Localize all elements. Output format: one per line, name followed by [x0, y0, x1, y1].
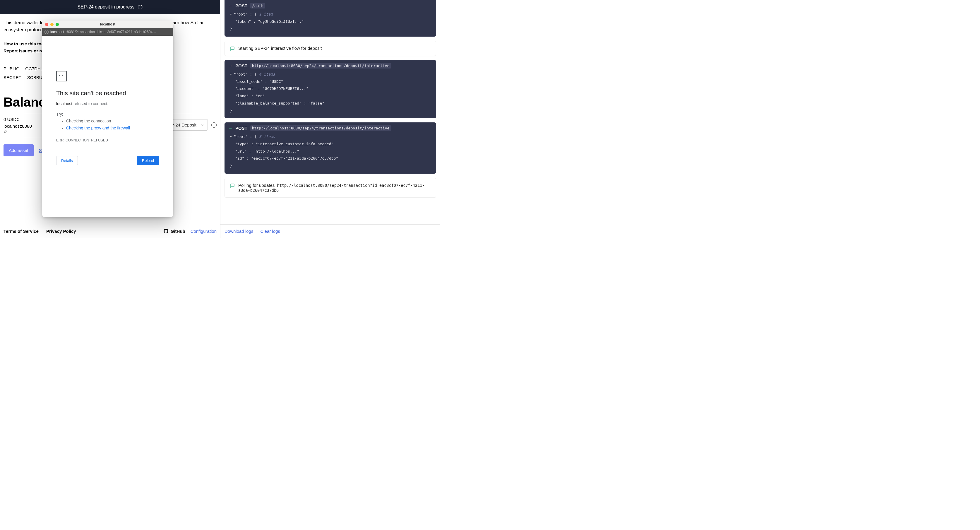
- log-card: → POST http://localhost:8080/sep24/trans…: [224, 60, 436, 118]
- right-pane: ← POST /auth ▾"root" : { 1 item "token" …: [220, 0, 440, 238]
- error-try-label: Try:: [56, 112, 159, 116]
- arrow-left-icon: ←: [229, 3, 232, 8]
- info-circle-icon[interactable]: i: [45, 30, 49, 34]
- log-method: POST: [235, 3, 247, 8]
- error-bullet: Checking the proxy and the firewall: [66, 125, 159, 132]
- github-link[interactable]: GitHub: [164, 229, 185, 234]
- popup-title: localhost: [42, 22, 173, 26]
- caret-icon[interactable]: ▾: [230, 11, 232, 18]
- message-icon: [230, 46, 235, 51]
- error-bullet: Checking the connection: [66, 118, 159, 125]
- info-text: Polling for updates http://localhost:808…: [238, 183, 431, 193]
- log-endpoint: http://localhost:8080/sep24/transactions…: [250, 125, 391, 131]
- footer: Terms of Service Privacy Policy GitHub C…: [0, 229, 220, 238]
- chevron-down-icon: [200, 123, 204, 127]
- secret-key-label: SECRET: [3, 73, 21, 82]
- reload-button[interactable]: Reload: [137, 156, 159, 165]
- public-key-label: PUBLIC: [3, 64, 19, 73]
- log-method: POST: [235, 63, 247, 68]
- log-json: ▾"root" : { 1 item "token" : "eyJhbGciOi…: [224, 11, 436, 34]
- proxy-firewall-link[interactable]: Checking the proxy and the firewall: [66, 126, 130, 130]
- info-card: Starting SEP-24 interactive flow for dep…: [224, 41, 436, 56]
- balance-amount: 0 USDC: [3, 116, 33, 123]
- log-endpoint: /auth: [250, 3, 265, 8]
- log-json: ▾"root" : { 4 items "asset_code" : "USDC…: [224, 71, 436, 115]
- add-asset-button[interactable]: Add asset: [3, 144, 33, 156]
- error-code: ERR_CONNECTION_REFUSED: [56, 138, 159, 142]
- right-footer: Download logs Clear logs: [220, 224, 440, 238]
- clear-logs-link[interactable]: Clear logs: [260, 229, 280, 234]
- arrow-right-icon: →: [229, 64, 232, 68]
- log-scroll[interactable]: ← POST /auth ▾"root" : { 1 item "token" …: [220, 0, 440, 224]
- github-label: GitHub: [171, 229, 185, 234]
- log-method: POST: [235, 126, 247, 131]
- privacy-link[interactable]: Privacy Policy: [46, 229, 76, 234]
- arrow-left-icon: ←: [229, 126, 232, 130]
- caret-icon[interactable]: ▾: [230, 133, 232, 140]
- status-bar: SEP-24 deposit in progress: [0, 0, 220, 14]
- info-text: Starting SEP-24 interactive flow for dep…: [238, 46, 322, 51]
- info-icon[interactable]: i: [212, 123, 216, 128]
- edit-icon[interactable]: [3, 129, 33, 134]
- log-card: ← POST /auth ▾"root" : { 1 item "token" …: [224, 0, 436, 37]
- popup-body: This site can't be reached localhost ref…: [42, 36, 173, 217]
- sad-page-icon: [56, 71, 67, 81]
- status-text: SEP-24 deposit in progress: [78, 5, 135, 10]
- info-card: Polling for updates http://localhost:808…: [224, 178, 436, 197]
- configuration-link[interactable]: Configuration: [191, 229, 216, 234]
- error-heading: This site can't be reached: [56, 90, 159, 97]
- log-endpoint: http://localhost:8080/sep24/transactions…: [250, 63, 391, 68]
- address-host: localhost: [50, 30, 64, 34]
- balance-domain-link[interactable]: localhost:8080: [3, 124, 32, 129]
- log-card: ← POST http://localhost:8080/sep24/trans…: [224, 123, 436, 173]
- message-icon: [230, 183, 235, 188]
- error-subtext: localhost refused to connect.: [56, 101, 159, 106]
- github-icon: [164, 229, 168, 233]
- popup-titlebar[interactable]: localhost: [42, 21, 173, 28]
- caret-icon[interactable]: ▾: [230, 71, 232, 78]
- popup-browser-window: localhost i localhost:8081/?transaction_…: [42, 21, 173, 217]
- popup-address-bar[interactable]: i localhost:8081/?transaction_id=eac3cf0…: [42, 28, 173, 36]
- address-path: :8081/?transaction_id=eac3cf07-ec7f-4211…: [66, 30, 156, 34]
- spinner-icon: [138, 5, 143, 10]
- log-json: ▾"root" : { 3 items "type" : "interactiv…: [224, 133, 436, 170]
- details-button[interactable]: Details: [56, 156, 78, 165]
- tos-link[interactable]: Terms of Service: [3, 229, 39, 234]
- error-bullets: Checking the connection Checking the pro…: [56, 118, 159, 132]
- download-logs-link[interactable]: Download logs: [224, 229, 253, 234]
